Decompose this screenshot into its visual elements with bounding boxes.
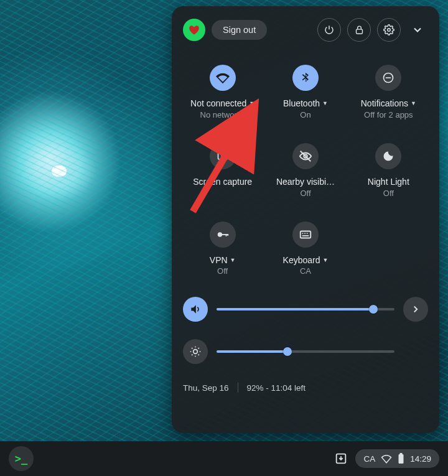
holding-space-button[interactable] [332, 452, 350, 465]
brightness-button[interactable] [183, 339, 208, 364]
svg-point-1 [388, 29, 391, 32]
tile-label: Nearby visibi… [276, 177, 335, 187]
volume-mute-button[interactable] [183, 297, 208, 322]
tile-screen-capture[interactable]: Screen capture [183, 143, 262, 198]
power-button[interactable] [317, 18, 341, 42]
svg-rect-9 [227, 234, 228, 236]
visibility-off-icon [299, 149, 312, 163]
tile-sublabel: CA [300, 266, 311, 276]
settings-button[interactable] [377, 18, 401, 42]
date-label: Thu, Sep 16 [183, 383, 229, 393]
svg-rect-0 [356, 29, 362, 34]
volume-icon [189, 303, 202, 315]
chevron-down-icon [411, 24, 424, 36]
audio-settings-button[interactable] [403, 297, 428, 322]
tile-label: Bluetooth▼ [283, 98, 328, 109]
brightness-slider[interactable] [217, 350, 394, 353]
tile-label: Not connected▼ [190, 98, 254, 109]
volume-row [183, 297, 428, 322]
tile-label: Notifications▼ [361, 98, 416, 109]
svg-point-11 [194, 350, 198, 354]
tile-sublabel: Off [217, 266, 228, 276]
tile-label: Keyboard▼ [283, 255, 329, 266]
inbox-icon [334, 452, 348, 465]
clock-label: 14:29 [410, 454, 431, 464]
tile-label: Night Light [368, 177, 409, 187]
tiles-grid: Not connected▼ No networks Bluetooth▼ On… [183, 65, 428, 276]
bluetooth-icon [299, 72, 312, 84]
svg-rect-15 [400, 453, 403, 454]
keyboard-icon [299, 228, 312, 241]
tile-vpn[interactable]: VPN▼ Off [183, 222, 262, 276]
caret-icon: ▼ [322, 100, 328, 107]
caret-icon: ▼ [249, 100, 254, 107]
volume-slider[interactable] [217, 308, 394, 310]
night-light-icon-button[interactable] [375, 143, 401, 169]
keyboard-icon-button[interactable] [292, 222, 319, 248]
tile-sublabel: Off for 2 apps [364, 110, 413, 119]
wifi-icon [216, 71, 230, 85]
wifi-status-icon [381, 453, 392, 464]
nearby-icon-button[interactable] [292, 143, 319, 169]
avatar-icon [188, 24, 200, 36]
network-icon-button[interactable] [210, 65, 236, 91]
vpn-icon-button[interactable] [210, 222, 236, 248]
brightness-icon [189, 345, 202, 358]
svg-rect-10 [301, 231, 311, 238]
tile-bluetooth[interactable]: Bluetooth▼ On [266, 65, 345, 119]
lock-button[interactable] [347, 18, 371, 42]
quick-settings-panel: Sign out Not connected▼ No networks Blu [172, 6, 439, 433]
panel-footer: Thu, Sep 16 92% - 11:04 left [183, 380, 428, 393]
svg-rect-7 [222, 234, 228, 235]
tile-sublabel: Off [383, 189, 394, 198]
terminal-app-icon[interactable]: >_ [9, 446, 34, 471]
night-light-icon [382, 150, 394, 162]
ime-label: CA [363, 454, 375, 464]
battery-status-icon [398, 453, 404, 464]
tile-night-light[interactable]: Night Light Off [349, 143, 428, 198]
caret-icon: ▼ [323, 257, 329, 264]
lock-icon [354, 25, 365, 35]
tile-keyboard[interactable]: Keyboard▼ CA [266, 222, 345, 276]
tile-nearby-visibility[interactable]: Nearby visibi… Off [266, 143, 345, 198]
tile-network[interactable]: Not connected▼ No networks [183, 65, 262, 119]
tile-sublabel: No networks [200, 110, 245, 119]
panel-header: Sign out [183, 15, 428, 45]
tile-sublabel: Off [300, 189, 310, 198]
bluetooth-icon-button[interactable] [292, 65, 319, 91]
svg-point-6 [217, 232, 222, 236]
gear-icon [383, 24, 394, 35]
screen-capture-icon [217, 150, 229, 162]
svg-rect-14 [399, 454, 404, 464]
sign-out-button[interactable]: Sign out [212, 20, 267, 40]
caret-icon: ▼ [230, 257, 236, 264]
tile-label: Screen capture [193, 177, 252, 187]
chevron-right-icon [410, 304, 421, 315]
svg-point-4 [222, 155, 223, 157]
screen-capture-icon-button[interactable] [210, 143, 236, 169]
tile-label: VPN▼ [210, 255, 236, 266]
tile-notifications[interactable]: Notifications▼ Off for 2 apps [349, 65, 428, 119]
divider [238, 383, 238, 393]
tile-sublabel: On [300, 110, 310, 119]
brightness-row [183, 339, 428, 364]
avatar[interactable] [183, 19, 205, 41]
caret-icon: ▼ [411, 100, 416, 107]
battery-label: 92% - 11:04 left [247, 383, 306, 393]
status-area[interactable]: CA 14:29 [355, 449, 439, 468]
power-icon [324, 24, 335, 35]
vpn-key-icon [216, 228, 230, 241]
svg-rect-8 [225, 234, 226, 236]
shelf: >_ CA 14:29 [0, 441, 448, 476]
notifications-icon-button[interactable] [375, 65, 401, 91]
collapse-button[interactable] [407, 19, 428, 40]
dnd-icon [382, 72, 394, 84]
sliders [183, 297, 428, 364]
